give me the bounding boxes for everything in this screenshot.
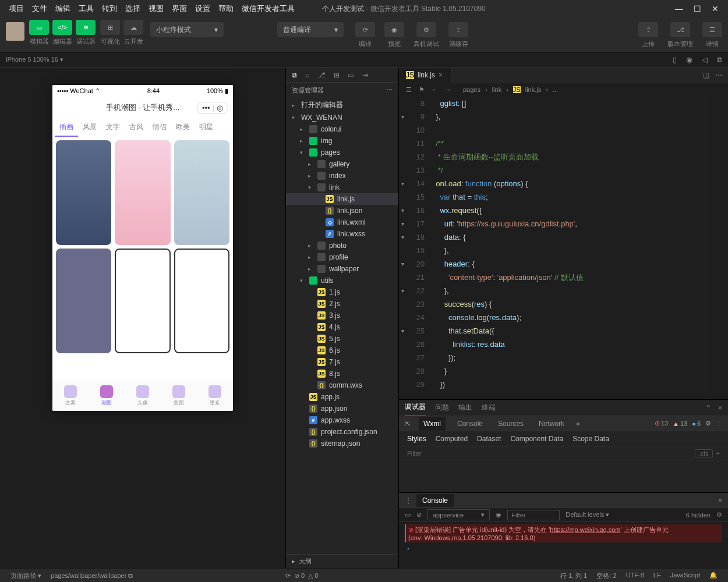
user-avatar[interactable] — [6, 22, 24, 41]
cloud-toggle[interactable]: ☁ — [123, 20, 143, 35]
tool-sources[interactable]: Sources — [494, 420, 527, 428]
maximize-button[interactable]: ☐ — [694, 4, 701, 13]
close-tab-icon[interactable]: × — [439, 71, 443, 79]
console-levels[interactable]: Default levels ▾ — [566, 511, 609, 519]
menu-help[interactable]: 帮助 — [214, 3, 238, 14]
tree-item-link[interactable]: ▾link — [286, 182, 398, 193]
editor-tab-linkjs[interactable]: JS link.js × — [399, 68, 450, 83]
debugger-toggle[interactable]: ≋ — [76, 20, 96, 35]
tab-illustration[interactable]: 插画 — [55, 119, 78, 137]
panel-up-icon[interactable]: ⌃ — [705, 404, 711, 412]
componentdata-tab[interactable]: Component Data — [510, 435, 563, 443]
tree-item-sitemap-json[interactable]: {}sitemap.json — [286, 438, 398, 449]
tree-item-app-wxss[interactable]: #app.wxss — [286, 414, 398, 426]
devtools-more-icon[interactable]: ⋮ — [716, 420, 722, 427]
warn-count[interactable]: 13 — [673, 420, 687, 427]
details-button[interactable]: ☰ — [702, 22, 722, 37]
close-button[interactable]: ✕ — [712, 4, 719, 13]
device-phone-icon[interactable]: ▯ — [673, 55, 677, 65]
tree-item-comm-wxs[interactable]: {}comm.wxs — [286, 379, 398, 391]
menu-devtools[interactable]: 微信开发者工具 — [238, 3, 299, 14]
build-mode-dropdown[interactable]: 普通编译▾ — [277, 22, 344, 37]
tool-network[interactable]: Network — [535, 420, 568, 428]
console-prompt[interactable]: › — [405, 542, 722, 554]
breadcrumb-item[interactable]: link — [492, 86, 502, 93]
cls-toggle[interactable]: .cls — [695, 449, 713, 457]
wallpaper-card[interactable] — [174, 140, 229, 245]
compile-button[interactable]: ⟳ — [355, 22, 375, 37]
branch-icon[interactable]: ⎇ — [317, 71, 326, 79]
console-tab[interactable]: Console — [416, 494, 454, 507]
menu-settings[interactable]: 设置 — [191, 3, 214, 14]
panel-close-icon[interactable]: × — [718, 404, 722, 412]
compile-mode-dropdown[interactable]: 小程序模式▾ — [150, 22, 224, 37]
dbg-tab-terminal[interactable]: 终端 — [482, 399, 496, 416]
devtools-settings-icon[interactable]: ⚙ — [705, 420, 711, 427]
nav-fwd-icon[interactable]: → — [445, 86, 451, 94]
nav-more[interactable]: 更多 — [208, 385, 221, 407]
tree-item-5-js[interactable]: JS5.js — [286, 333, 398, 345]
outline-section[interactable]: ▸大纲 — [286, 554, 398, 568]
nav-touxiang[interactable]: 头像 — [136, 385, 149, 407]
tree-item-gallery[interactable]: ▸gallery — [286, 158, 398, 170]
preview-button[interactable]: ◉ — [384, 22, 404, 37]
tree-item-app-json[interactable]: {}app.json — [286, 403, 398, 414]
sb-warnings[interactable]: △ 0 — [308, 572, 318, 580]
menu-project[interactable]: 项目 — [5, 3, 28, 14]
tree-item-pages[interactable]: ▾pages — [286, 147, 398, 158]
wallpaper-card[interactable] — [56, 249, 111, 353]
sb-line-col[interactable]: 行 1, 列 1 — [556, 572, 592, 580]
wallpaper-card[interactable] — [115, 249, 170, 353]
clear-cache-button[interactable]: ≡ — [448, 22, 468, 37]
tree-item-index[interactable]: ▸index — [286, 170, 398, 182]
sb-page-path-label[interactable]: 页面路径 ▾ — [6, 572, 46, 580]
tree-item-profile[interactable]: ▸profile — [286, 251, 398, 263]
device-mute-icon[interactable]: ◁ — [702, 55, 708, 65]
wallpaper-card[interactable] — [56, 140, 111, 245]
tab-star[interactable]: 明星 — [195, 119, 218, 137]
minimize-button[interactable]: — — [675, 4, 683, 13]
tree-item-utils[interactable]: ▾utils — [286, 275, 398, 286]
tab-couple[interactable]: 情侣 — [148, 119, 171, 137]
tool-console[interactable]: Console — [454, 420, 486, 428]
menu-goto[interactable]: 转到 — [98, 3, 121, 14]
menu-select[interactable]: 选择 — [121, 3, 144, 14]
wallpaper-card[interactable] — [115, 140, 170, 245]
list-icon[interactable]: ☰ — [406, 86, 412, 94]
add-style-icon[interactable]: + — [716, 450, 720, 457]
styles-filter[interactable]: Filter — [407, 450, 421, 457]
tree-item-link-js[interactable]: JSlink.js — [286, 193, 398, 205]
tree-item-1-js[interactable]: JS1.js — [286, 286, 398, 298]
device-selector[interactable]: iPhone 5 100% 16 ▾ — [6, 56, 63, 63]
sb-spaces[interactable]: 空格: 2 — [592, 572, 621, 580]
split-editor-icon[interactable]: ◫ — [703, 71, 709, 79]
modules-icon[interactable]: ⊞ — [334, 71, 340, 79]
tree-item-photo[interactable]: ▸photo — [286, 240, 398, 251]
capsule-menu-icon[interactable]: ••• — [202, 104, 210, 112]
tree-item-project-config-json[interactable]: {}project.config.json — [286, 426, 398, 438]
sb-encoding[interactable]: UTF-8 — [621, 572, 649, 580]
editor-toggle[interactable]: </> — [52, 20, 72, 35]
error-count[interactable]: 13 — [655, 420, 668, 427]
breadcrumb-item[interactable]: ... — [553, 86, 558, 93]
remote-debug-button[interactable]: ⚙ — [416, 22, 436, 37]
ext-icon[interactable]: ⇥ — [362, 71, 368, 79]
tab-western[interactable]: 欧美 — [171, 119, 195, 137]
sb-bell-icon[interactable]: 🔔 — [705, 572, 722, 580]
tree-item-link-wxss[interactable]: #link.wxss — [286, 228, 398, 240]
tree-item-2-js[interactable]: JS2.js — [286, 298, 398, 310]
computed-tab[interactable]: Computed — [436, 435, 468, 443]
nav-chaotu[interactable]: 潮图 — [100, 385, 113, 407]
tab-landscape[interactable]: 风景 — [78, 119, 101, 137]
menu-tool[interactable]: 工具 — [75, 3, 98, 14]
device-record-icon[interactable]: ◉ — [686, 55, 692, 65]
device-screenshot-icon[interactable]: ⧉ — [717, 55, 722, 65]
menu-edit[interactable]: 编辑 — [51, 3, 75, 14]
tree-item-4-js[interactable]: JS4.js — [286, 321, 398, 333]
tree-item-img[interactable]: ▸img — [286, 135, 398, 147]
sb-lang[interactable]: JavaScript — [666, 572, 705, 580]
bookmark-icon[interactable]: ⚑ — [419, 86, 425, 94]
console-filter-input[interactable] — [507, 510, 560, 520]
tree-item-app-js[interactable]: JSapp.js — [286, 391, 398, 403]
breadcrumb-item[interactable]: pages — [463, 86, 480, 93]
